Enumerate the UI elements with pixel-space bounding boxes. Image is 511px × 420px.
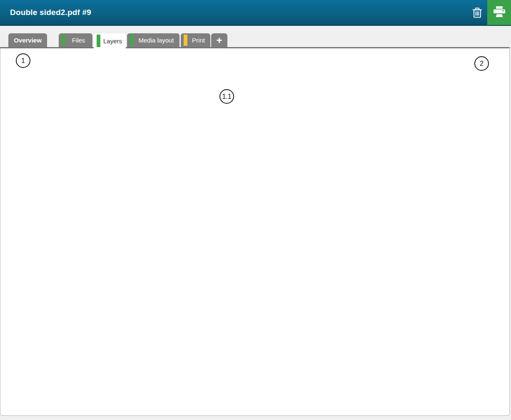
tab-status-indicator bbox=[130, 35, 134, 46]
printer-icon bbox=[493, 5, 506, 20]
content-area bbox=[0, 47, 510, 416]
tab-status-indicator bbox=[62, 35, 65, 46]
annotation-circle-1: 1 bbox=[16, 53, 30, 68]
tab-status-indicator bbox=[184, 35, 187, 46]
tab-strip: Overview Files Layers Media layout Print… bbox=[0, 26, 511, 47]
tab-add-new[interactable]: + bbox=[211, 33, 227, 47]
trash-icon bbox=[472, 6, 483, 20]
annotation-circle-2: 2 bbox=[474, 56, 489, 71]
print-job-button[interactable] bbox=[487, 0, 511, 25]
title-bar: Double sided2.pdf #9 bbox=[0, 0, 511, 26]
tab-label: Files bbox=[72, 37, 85, 44]
tab-overview[interactable]: Overview bbox=[8, 33, 47, 47]
plus-icon: + bbox=[216, 35, 222, 46]
tab-label: Print bbox=[192, 37, 205, 44]
tab-status-indicator bbox=[97, 35, 100, 47]
tab-label: Overview bbox=[14, 37, 42, 44]
tab-label: Media layout bbox=[138, 37, 174, 44]
app-window: Double sided2.pdf #9 bbox=[0, 0, 511, 420]
tab-media-layout[interactable]: Media layout bbox=[127, 33, 179, 47]
annotation-circle-1-1: 1.1 bbox=[219, 89, 234, 104]
job-title: Double sided2.pdf #9 bbox=[10, 8, 91, 17]
tab-files[interactable]: Files bbox=[59, 33, 92, 47]
tab-label: Layers bbox=[103, 38, 122, 45]
tab-print[interactable]: Print bbox=[181, 33, 210, 47]
delete-job-button[interactable] bbox=[470, 6, 485, 21]
tab-layers[interactable]: Layers bbox=[94, 33, 126, 48]
